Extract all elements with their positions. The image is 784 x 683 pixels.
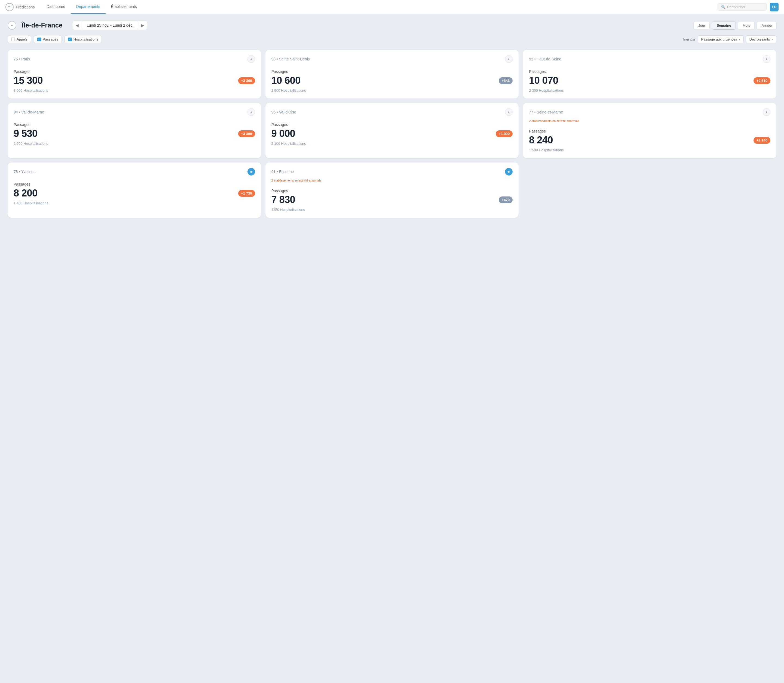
metric-label: Passages xyxy=(272,122,513,127)
navbar: 〜 Prédictions Dashboard Départements Éta… xyxy=(0,0,784,14)
star-button[interactable]: ★ xyxy=(247,108,255,116)
metric-value: 8 200 xyxy=(14,188,38,199)
metric-label: Passages xyxy=(529,129,770,133)
dept-card[interactable]: 95 • Val-d'Oise ★ Passages 9 000 +1 900 … xyxy=(265,103,519,158)
filter-appels[interactable]: Appels xyxy=(8,36,31,43)
nav-links: Dashboard Départements Établissements xyxy=(41,0,711,14)
metric-value: 9 530 xyxy=(14,128,38,139)
metric-row: 15 300 +3 360 xyxy=(14,75,255,86)
top-bar: ← Île-de-France ◀ Lundi 25 nov. - Lundi … xyxy=(8,21,776,30)
nav-departements[interactable]: Départements xyxy=(71,0,106,14)
logo-icon: 〜 xyxy=(5,3,14,11)
dept-card[interactable]: 94 • Val-de-Marne ★ Passages 9 530 +3 30… xyxy=(8,103,261,158)
checkbox-hospitalisations: ✓ xyxy=(68,38,72,42)
star-button[interactable]: ★ xyxy=(247,168,255,175)
dept-card[interactable]: 78 • Yvelines ★ Passages 8 200 +1 730 1 … xyxy=(8,162,261,218)
sort-bar: Trier par Passage aux urgences Décroissa… xyxy=(682,35,776,43)
anomaly-badge: 2 établissements en activité anormale xyxy=(272,179,321,182)
dept-label: 93 • Seine-Saint-Denis xyxy=(272,57,310,61)
delta-badge: +1 900 xyxy=(496,130,512,137)
metric-value: 7 830 xyxy=(272,194,296,205)
metric-label: Passages xyxy=(14,69,255,74)
card-sub: 3 000 Hospitalisations xyxy=(14,88,255,93)
metric-row: 9 530 +3 300 xyxy=(14,128,255,139)
page-title: Île-de-France xyxy=(22,21,62,29)
delta-badge: +848 xyxy=(499,77,512,84)
search-placeholder: Rechercher xyxy=(727,5,745,9)
card-header: 93 • Seine-Saint-Denis ★ xyxy=(272,55,513,63)
card-sub: 1350 Hospitalisations xyxy=(272,208,513,212)
period-semaine[interactable]: Semaine xyxy=(712,21,736,30)
date-prev-button[interactable]: ◀ xyxy=(72,21,82,30)
card-sub: 1 500 Hospitalisations xyxy=(529,148,770,152)
delta-badge: +3 300 xyxy=(238,130,255,137)
period-annee[interactable]: Année xyxy=(757,21,776,30)
app-name: Prédictions xyxy=(16,5,35,9)
delta-badge: +470 xyxy=(499,196,512,203)
star-button[interactable]: ★ xyxy=(247,55,255,63)
anomaly-badge: 2 établissements en activité anormale xyxy=(529,119,579,122)
star-button[interactable]: ★ xyxy=(505,168,512,175)
sort-by-button[interactable]: Passage aux urgences xyxy=(698,35,744,43)
card-sub: 2 500 Hospitalisations xyxy=(272,88,513,93)
metric-row: 7 830 +470 xyxy=(272,194,513,205)
metric-row: 10 600 +848 xyxy=(272,75,513,86)
card-sub: 1 400 Hospitalisations xyxy=(14,201,255,205)
filter-passages[interactable]: ✓ Passages xyxy=(34,36,62,43)
dept-label: 77 • Seine-et-Marne xyxy=(529,110,563,114)
nav-etablissements[interactable]: Établissements xyxy=(106,0,142,14)
card-header: 95 • Val-d'Oise ★ xyxy=(272,108,513,116)
metric-label: Passages xyxy=(529,69,770,74)
dept-label: 78 • Yvelines xyxy=(14,170,35,174)
date-next-button[interactable]: ▶ xyxy=(138,21,148,30)
dept-label: 95 • Val-d'Oise xyxy=(272,110,296,114)
checkbox-appels xyxy=(11,38,15,42)
filter-hospitalisations[interactable]: ✓ Hospitalisations xyxy=(64,36,102,43)
dept-card[interactable]: 77 • Seine-et-Marne ★ 2 établissements e… xyxy=(523,103,776,158)
star-button[interactable]: ★ xyxy=(763,108,770,116)
filter-appels-label: Appels xyxy=(17,37,27,42)
dept-label: 92 • Haut-de-Seine xyxy=(529,57,561,61)
dept-label: 75 • Paris xyxy=(14,57,30,61)
app-logo[interactable]: 〜 Prédictions xyxy=(5,3,35,11)
nav-dashboard[interactable]: Dashboard xyxy=(41,0,71,14)
card-header: 92 • Haut-de-Seine ★ xyxy=(529,55,770,63)
dept-card[interactable]: 92 • Haut-de-Seine ★ Passages 10 070 +2 … xyxy=(523,50,776,98)
star-button[interactable]: ★ xyxy=(505,55,512,63)
period-jour[interactable]: Jour xyxy=(694,21,710,30)
metric-row: 10 070 +2 610 xyxy=(529,75,770,86)
sort-order-button[interactable]: Décroissants xyxy=(746,35,776,43)
checkbox-passages: ✓ xyxy=(37,38,41,42)
filter-bar: Appels ✓ Passages ✓ Hospitalisations Tri… xyxy=(8,35,776,43)
back-button[interactable]: ← xyxy=(8,21,16,30)
period-mois[interactable]: Mois xyxy=(738,21,755,30)
dept-card[interactable]: 75 • Paris ★ Passages 15 300 +3 360 3 00… xyxy=(8,50,261,98)
delta-badge: +2 140 xyxy=(753,137,770,144)
date-nav: ◀ Lundi 25 nov. - Lundi 2 déc. ▶ xyxy=(72,21,148,30)
metric-label: Passages xyxy=(14,182,255,186)
metric-value: 10 070 xyxy=(529,75,558,86)
metric-label: Passages xyxy=(272,69,513,74)
delta-badge: +2 610 xyxy=(753,77,770,84)
delta-badge: +1 730 xyxy=(238,190,255,197)
search-box[interactable]: 🔍 Rechercher xyxy=(718,3,766,11)
sort-label: Trier par xyxy=(682,37,696,42)
metric-label: Passages xyxy=(272,189,513,193)
metric-value: 9 000 xyxy=(272,128,296,139)
card-header: 91 • Essonne ★ xyxy=(272,168,513,175)
page-content: ← Île-de-France ◀ Lundi 25 nov. - Lundi … xyxy=(0,14,784,224)
date-label: Lundi 25 nov. - Lundi 2 déc. xyxy=(82,21,138,30)
metric-row: 8 200 +1 730 xyxy=(14,188,255,199)
delta-badge: +3 360 xyxy=(238,77,255,84)
metric-value: 10 600 xyxy=(272,75,300,86)
metric-label: Passages xyxy=(14,122,255,127)
star-button[interactable]: ★ xyxy=(505,108,512,116)
card-header: 75 • Paris ★ xyxy=(14,55,255,63)
metric-row: 9 000 +1 900 xyxy=(272,128,513,139)
star-button[interactable]: ★ xyxy=(763,55,770,63)
card-header: 78 • Yvelines ★ xyxy=(14,168,255,175)
filter-passages-label: Passages xyxy=(43,37,58,42)
dept-card[interactable]: 91 • Essonne ★ 2 établissements en activ… xyxy=(265,162,519,218)
user-avatar[interactable]: LD xyxy=(770,3,779,11)
dept-card[interactable]: 93 • Seine-Saint-Denis ★ Passages 10 600… xyxy=(265,50,519,98)
